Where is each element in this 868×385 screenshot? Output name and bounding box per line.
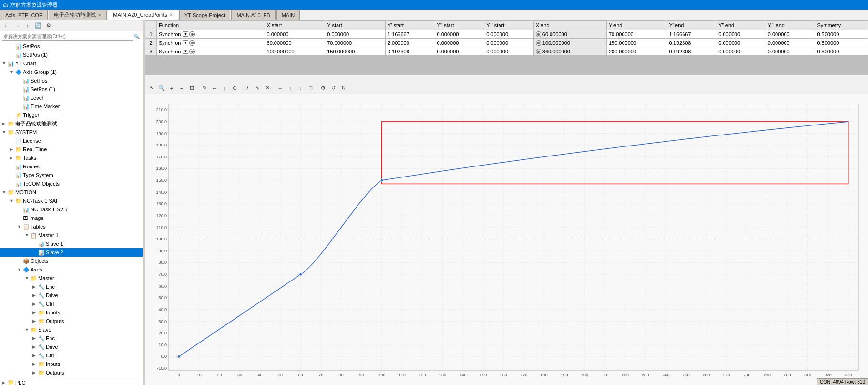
tree-item-motion[interactable]: ▼ 📁 MOTION	[0, 188, 143, 197]
master1-expand[interactable]: ▼	[25, 233, 31, 238]
tree-item-enc-m[interactable]: ▶ 🔧 Enc	[0, 282, 143, 291]
tree-item-setpos1-ag[interactable]: 📊 SetPos (1)	[0, 85, 143, 94]
inputs-s-expand[interactable]: ▶	[32, 362, 38, 366]
row-symmetry[interactable]: 0.500000	[815, 47, 868, 56]
row-yp-start[interactable]: 1.166667	[385, 30, 435, 39]
enc-m-expand[interactable]: ▶	[32, 284, 38, 289]
table-row[interactable]: 1 Synchron ▼ ⊕ 0.000000 0.000000 1.16666…	[145, 30, 868, 39]
tree-item-type-system[interactable]: 📊 Type System	[0, 171, 143, 179]
master-ax-expand[interactable]: ▼	[25, 276, 31, 281]
toolbar-move-h[interactable]: ↔	[210, 83, 219, 93]
row-yppp-end[interactable]: 0.000000	[766, 39, 815, 47]
axes-expand[interactable]: ▼	[17, 267, 23, 272]
row-y-end[interactable]: 150.000000	[606, 39, 667, 47]
tree-item-outputs-m[interactable]: ▶ 📁 Outputs	[0, 317, 143, 325]
outputs-m-expand[interactable]: ▶	[32, 319, 38, 323]
row-y-end[interactable]: 200.000000	[606, 47, 667, 56]
row-yp-end[interactable]: 0.192308	[667, 39, 716, 47]
row-yppp-start[interactable]: 0.000000	[484, 39, 534, 47]
drive-s-expand[interactable]: ▶	[32, 344, 38, 349]
axis-group-expand[interactable]: ▼	[10, 70, 15, 74]
ctrl-m-expand[interactable]: ▶	[32, 302, 38, 306]
tree-item-setpos[interactable]: 📊 SetPos	[0, 42, 143, 51]
row-ypp-end[interactable]: 0.000000	[716, 47, 766, 56]
row-ypp-start[interactable]: 0.000000	[435, 30, 484, 39]
tab-elec-cam[interactable]: 电子凸轮功能测试 ✕	[49, 10, 107, 20]
system-expand[interactable]: ▼	[2, 130, 8, 135]
enc-s-expand[interactable]: ▶	[32, 336, 38, 341]
toolbar-delete[interactable]: ✕	[263, 83, 272, 93]
tree-item-inputs-s[interactable]: ▶ 📁 Inputs	[0, 360, 143, 368]
tree-item-axes[interactable]: ▼ 🔷 Axes	[0, 265, 143, 274]
toolbar-move-v[interactable]: ↕	[220, 83, 229, 93]
row-ypp-start[interactable]: 0.000000	[435, 39, 484, 47]
row-symmetry[interactable]: 0.500000	[815, 30, 868, 39]
toolbar-line[interactable]: /	[243, 83, 252, 93]
row-x-start[interactable]: 100.000000	[265, 47, 325, 56]
toolbar-rect[interactable]: ◻	[306, 83, 315, 93]
tree-item-axis-group[interactable]: ▼ 🔷 Axis Group (1)	[0, 68, 143, 76]
tree-item-tasks[interactable]: ▶ 📁 Tasks	[0, 154, 143, 162]
tree-item-ctrl-s[interactable]: ▶ 🔧 Ctrl	[0, 351, 143, 360]
sidebar-btn-settings[interactable]: ⚙	[44, 21, 53, 31]
row-y-start[interactable]: 150.000000	[325, 47, 386, 56]
tab-axis-ptp[interactable]: Axis_PTP_COE	[0, 10, 48, 20]
tree-item-master-ax[interactable]: ▼ 📁 Master	[0, 274, 143, 282]
toolbar-zoom-minus[interactable]: −	[177, 83, 186, 93]
row-yp-end[interactable]: 1.166667	[667, 30, 716, 39]
nc-task1-saf-expand[interactable]: ▼	[10, 198, 15, 203]
tree-item-objects[interactable]: 📦 Objects	[0, 257, 143, 265]
ctrl-s-expand[interactable]: ▶	[32, 353, 38, 358]
tree-item-drive-s[interactable]: ▶ 🔧 Drive	[0, 343, 143, 351]
toolbar-redo[interactable]: ↻	[338, 83, 348, 93]
row-yppp-end[interactable]: 0.000000	[766, 47, 815, 56]
tables-expand[interactable]: ▼	[17, 224, 23, 229]
drive-m-expand[interactable]: ▶	[32, 293, 38, 298]
sidebar-btn-up[interactable]: ↑	[23, 21, 32, 31]
row-yppp-start[interactable]: 0.000000	[484, 30, 534, 39]
table-row[interactable]: 2 Synchron ▼ ⊕ 60.000000 70.000000 2.000…	[145, 39, 868, 47]
toolbar-undo[interactable]: ↺	[328, 83, 338, 93]
realtime-expand[interactable]: ▶	[10, 147, 15, 152]
yt-chart-expand[interactable]: ▼	[2, 61, 8, 66]
toolbar-zoom-plus[interactable]: +	[167, 83, 176, 93]
row-yp-end[interactable]: 0.192308	[667, 47, 716, 56]
tree-item-master1[interactable]: ▼ 📋 Master 1	[0, 231, 143, 239]
expand-icon[interactable]: ▶	[2, 121, 8, 126]
row-ypp-end[interactable]: 0.000000	[716, 30, 766, 39]
toolbar-gear[interactable]: ⚙	[318, 83, 328, 93]
inputs-m-expand[interactable]: ▶	[32, 310, 38, 315]
tree-item-outputs-s[interactable]: ▶ 📁 Outputs	[0, 368, 143, 377]
tree-item-inputs-m[interactable]: ▶ 📁 Inputs	[0, 308, 143, 317]
tree-item-realtime[interactable]: ▶ 📁 Real-Time	[0, 145, 143, 154]
tree-item-plc[interactable]: ▶ 📁 PLC	[0, 378, 143, 385]
tree-item-ctrl-m[interactable]: ▶ 🔧 Ctrl	[0, 300, 143, 308]
tree-item-slave1[interactable]: 📊 Slave 1	[0, 239, 143, 248]
tree-item-yt-chart[interactable]: ▼ 📊 YT Chart	[0, 59, 143, 68]
row-y-start[interactable]: 70.000000	[325, 39, 386, 47]
tree-item-drive-m[interactable]: ▶ 🔧 Drive	[0, 291, 143, 300]
tab-main-a10[interactable]: MAIN.A10_FB	[231, 10, 275, 20]
tree-item-license[interactable]: 📄 License	[0, 136, 143, 145]
tree-item-image[interactable]: 🖼 Image	[0, 214, 143, 222]
toolbar-prev[interactable]: ←	[276, 83, 285, 93]
tree-item-system[interactable]: ▼ 📁 SYSTEM	[0, 128, 143, 136]
plc-expand[interactable]: ▶	[2, 380, 8, 385]
toolbar-crosshair[interactable]: ⊕	[230, 83, 239, 93]
outputs-s-expand[interactable]: ▶	[32, 370, 38, 375]
row-yppp-start[interactable]: 0.000000	[484, 47, 534, 56]
row-yppp-end[interactable]: 0.000000	[766, 30, 815, 39]
slave-ax-expand[interactable]: ▼	[25, 327, 31, 332]
tree-item-tccom[interactable]: 📊 TcCOM Objects	[0, 179, 143, 188]
tree-item-nc-task1-saf[interactable]: ▼ 📁 NC-Task 1 SAF	[0, 197, 143, 205]
motion-expand[interactable]: ▼	[2, 190, 8, 195]
toolbar-fit[interactable]: ⊞	[187, 83, 196, 93]
tab-elec-cam-close[interactable]: ✕	[98, 13, 102, 18]
tree-item-slave-ax[interactable]: ▼ 📁 Slave	[0, 325, 143, 334]
sidebar-search-input[interactable]	[2, 33, 133, 41]
sidebar-btn-forward[interactable]: →	[12, 21, 22, 31]
sidebar-btn-back[interactable]: ←	[2, 21, 11, 31]
sidebar-search-button[interactable]: 🔍	[133, 33, 141, 41]
tree-item-level[interactable]: 📊 Level	[0, 94, 143, 102]
tree-item-enc-s[interactable]: ▶ 🔧 Enc	[0, 334, 143, 343]
